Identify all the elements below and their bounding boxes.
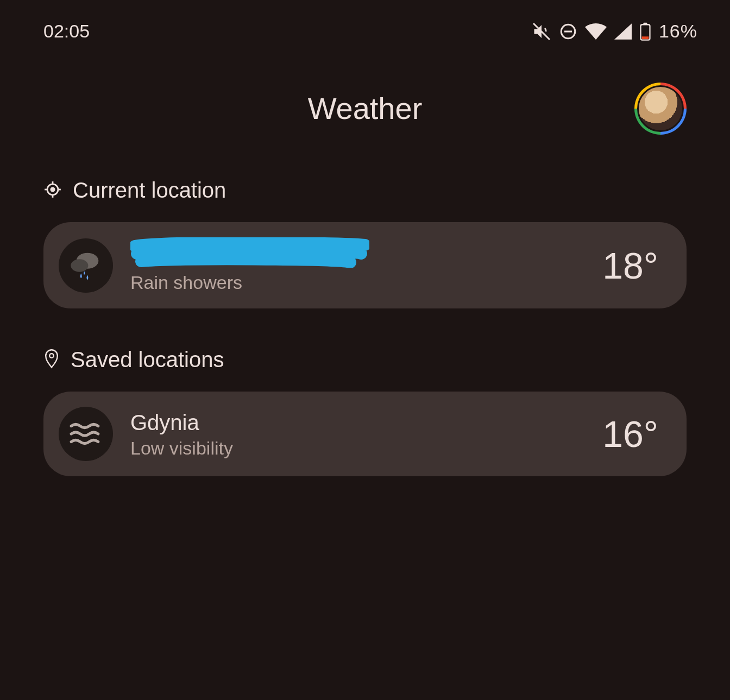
- pin-icon: [43, 349, 60, 371]
- saved-locations-label: Saved locations: [71, 348, 224, 372]
- cellular-icon: [614, 23, 632, 40]
- svg-rect-4: [643, 22, 647, 24]
- temperature: 18°: [602, 244, 658, 287]
- location-target-icon: [43, 180, 62, 201]
- mute-icon: [532, 22, 551, 41]
- header: Weather: [0, 91, 730, 126]
- saved-location-card[interactable]: Gdynia Low visibility 16°: [43, 392, 687, 476]
- redacted-location-name: [130, 237, 585, 270]
- weather-icon-fog: [59, 407, 113, 461]
- current-location-label: Current location: [73, 178, 226, 203]
- section-header-current: Current location: [43, 178, 687, 203]
- temperature: 16°: [602, 413, 658, 455]
- card-text: Gdynia Low visibility: [130, 409, 585, 459]
- status-bar: 02:05: [0, 0, 730, 42]
- battery-text: 16%: [659, 21, 697, 42]
- current-location-card[interactable]: Rain showers 18°: [43, 222, 687, 308]
- weather-icon-rain: [59, 238, 113, 293]
- section-header-saved: Saved locations: [43, 348, 687, 372]
- status-icons: 16%: [532, 21, 697, 42]
- condition-text: Low visibility: [130, 438, 585, 459]
- dnd-icon: [559, 22, 577, 41]
- battery-icon: [639, 22, 651, 41]
- status-time: 02:05: [43, 21, 90, 42]
- svg-rect-5: [642, 36, 649, 39]
- wifi-icon: [585, 23, 607, 40]
- condition-text: Rain showers: [130, 272, 585, 293]
- card-text: Rain showers: [130, 237, 585, 293]
- page-title: Weather: [308, 91, 423, 126]
- profile-avatar[interactable]: [634, 83, 687, 135]
- avatar-image: [637, 85, 684, 132]
- location-name: Gdynia: [130, 409, 585, 436]
- svg-point-13: [71, 259, 88, 272]
- svg-point-14: [49, 354, 54, 358]
- svg-point-7: [51, 187, 54, 191]
